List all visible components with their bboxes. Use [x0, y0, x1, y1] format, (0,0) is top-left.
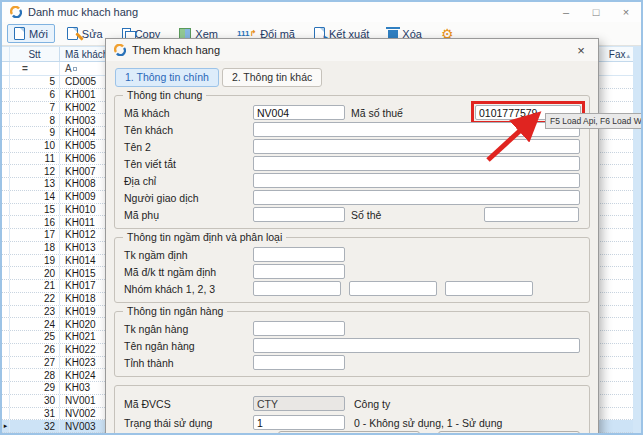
sort-icon: ▴ [626, 52, 630, 59]
input-ma-khach[interactable] [253, 105, 345, 120]
cell-stt: 21 [10, 280, 59, 291]
cell-stt: 25 [10, 331, 59, 342]
filter-stt[interactable]: = [10, 63, 59, 74]
dialog-app-icon [114, 44, 126, 56]
label-ma-dk-tt: Mã đ/k tt ngầm định [124, 266, 253, 278]
dialog-close-icon[interactable]: × [570, 43, 592, 58]
label-ten-viet-tat: Tên viết tắt [124, 158, 253, 170]
label-tinh-thanh: Tỉnh thành [124, 357, 253, 369]
row-selector-cell [2, 369, 10, 381]
cell-stt: 32 [10, 421, 59, 432]
cell-stt: 7 [10, 102, 59, 113]
dialog-title: Them khach hang [132, 44, 220, 56]
input-ma-dk-tt[interactable] [253, 264, 345, 279]
cell-stt: 5 [10, 76, 59, 87]
input-ten-ngan-hang[interactable] [253, 338, 580, 353]
label-ma-khach: Mã khách [124, 107, 253, 119]
cell-stt: 16 [10, 217, 59, 228]
cell-stt: 14 [10, 191, 59, 202]
group-ngam-dinh: Thông tin ngầm định và phân loại Tk ngầm… [114, 237, 590, 303]
change-code-icon: 111↱ [237, 29, 256, 38]
input-trang-thai-su-dung[interactable] [253, 415, 345, 430]
row-selector-cell [2, 216, 10, 228]
new-doc-icon [14, 27, 25, 40]
cell-stt: 23 [10, 306, 59, 317]
input-tk-ngan-hang[interactable] [253, 321, 345, 336]
row-selector-cell [2, 76, 10, 88]
group-trang-thai: Mã ĐVCS Công ty Trạng thái sử dụng 0 - K… [114, 385, 590, 435]
dialog-bottom-button-2[interactable] [438, 431, 580, 435]
row-selector-cell [2, 165, 10, 177]
cell-stt: 12 [10, 166, 59, 177]
cell-stt: 26 [10, 344, 59, 355]
cell-stt: 11 [10, 153, 59, 164]
label-nhom-khach: Nhóm khách 1, 2, 3 [124, 283, 253, 295]
minimize-button[interactable]: – [551, 2, 581, 22]
edit-icon [67, 27, 78, 40]
row-selector-cell [2, 318, 10, 330]
tab-thong-tin-khac[interactable]: 2. Thông tin khác [222, 68, 322, 87]
filter-funnel-cell[interactable] [2, 62, 10, 75]
row-selector-cell [2, 382, 10, 394]
label-ma-dvcs: Mã ĐVCS [124, 398, 253, 410]
maximize-button[interactable]: □ [581, 2, 611, 22]
label-ma-so-thue: Mã số thuế [351, 107, 471, 119]
note-ma-dvcs: Công ty [354, 398, 390, 410]
row-selector-header [2, 47, 10, 61]
row-selector-cell [2, 89, 10, 101]
row-selector-cell [2, 242, 10, 254]
input-tinh-thanh[interactable] [253, 355, 345, 370]
input-nhom-khach-2[interactable] [349, 281, 437, 296]
cell-stt: 9 [10, 127, 59, 138]
input-nhom-khach-3[interactable] [445, 281, 533, 296]
cell-stt: 28 [10, 370, 59, 381]
label-tk-ngam-dinh: Tk ngầm định [124, 249, 253, 261]
input-tk-ngam-dinh[interactable] [253, 247, 345, 262]
load-api-tooltip: F5 Load Api, F6 Load Web [545, 113, 643, 129]
row-selector-cell [2, 280, 10, 292]
input-nguoi-giao-dich[interactable] [253, 190, 580, 205]
input-ma-phu[interactable] [253, 207, 345, 222]
input-so-the[interactable] [484, 207, 579, 222]
cell-stt: 20 [10, 268, 59, 279]
row-selector-cell [2, 178, 10, 190]
label-ten-ngan-hang: Tên ngân hàng [124, 340, 253, 352]
label-dia-chi: Địa chỉ [124, 175, 253, 187]
note-trang-thai-su-dung: 0 - Không sử dụng, 1 - Sử dụng [354, 417, 502, 429]
cell-stt: 24 [10, 319, 59, 330]
dialog-tabs: 1. Thông tin chính 2. Thông tin khác [106, 61, 598, 87]
tab-thong-tin-chinh[interactable]: 1. Thông tin chính [115, 68, 219, 87]
column-header-stt[interactable]: Stt [10, 49, 59, 60]
close-button[interactable]: × [611, 2, 641, 22]
label-ma-phu: Mã phụ [124, 209, 253, 221]
input-nhom-khach-1[interactable] [253, 281, 341, 296]
input-dia-chi[interactable] [253, 173, 580, 188]
cell-stt: 13 [10, 178, 59, 189]
cell-stt: 19 [10, 255, 59, 266]
cell-stt: 29 [10, 382, 59, 393]
group-ngan-hang: Thông tin ngân hàng Tk ngân hàng Tên ngâ… [114, 311, 590, 377]
row-selector-cell [2, 102, 10, 114]
new-button-label: Mới [29, 28, 48, 40]
row-selector-cell [2, 204, 10, 216]
label-tk-ngan-hang: Tk ngân hàng [124, 323, 253, 335]
vertical-scrollbar[interactable] [633, 46, 641, 433]
row-selector-cell [2, 127, 10, 139]
column-header-fax[interactable]: Fax▴ [595, 49, 633, 60]
group-legend: Thông tin chung [123, 89, 206, 101]
input-ma-dvcs[interactable] [253, 396, 345, 411]
cell-stt: 17 [10, 229, 59, 240]
red-annotation-arrow [470, 104, 554, 168]
edit-button[interactable]: Sửa [60, 24, 110, 43]
row-selector-cell [2, 331, 10, 343]
cell-stt: 31 [10, 408, 59, 419]
window-title: Danh muc khach hang [28, 6, 138, 18]
add-customer-dialog: Them khach hang × 1. Thông tin chính 2. … [105, 38, 599, 435]
row-selector-cell [2, 191, 10, 203]
dialog-bottom-button-1[interactable] [278, 431, 420, 435]
cell-stt: 6 [10, 89, 59, 100]
row-selector-cell [2, 140, 10, 152]
row-selector-cell: ▸ [2, 420, 10, 432]
cell-stt: 30 [10, 395, 59, 406]
new-button[interactable]: Mới [7, 24, 55, 43]
